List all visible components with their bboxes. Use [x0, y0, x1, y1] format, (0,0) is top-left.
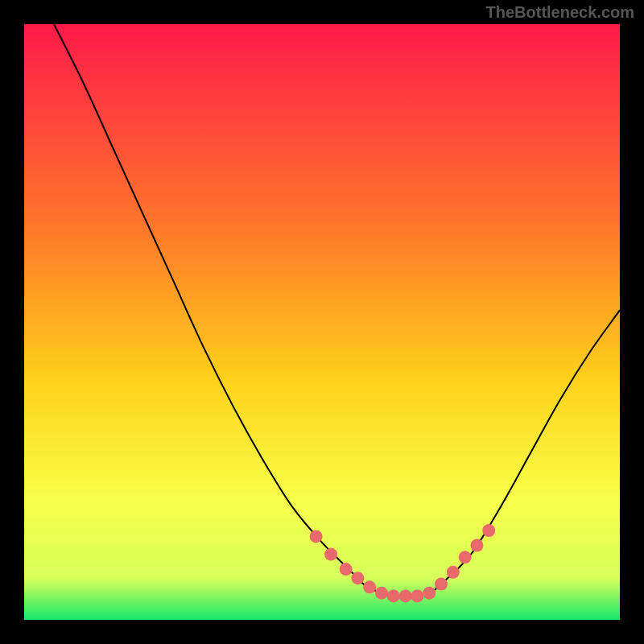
- data-dot: [482, 524, 495, 537]
- attribution-text: TheBottleneck.com: [486, 3, 634, 22]
- data-dot: [411, 589, 423, 602]
- chart-container: [24, 24, 620, 620]
- data-dot: [447, 566, 460, 579]
- data-dot: [459, 551, 472, 564]
- gradient-background: [24, 24, 620, 620]
- data-dot: [470, 539, 483, 552]
- data-dot: [423, 587, 436, 600]
- data-dot: [363, 580, 376, 593]
- data-dot: [324, 548, 337, 561]
- data-dot: [340, 563, 353, 576]
- data-dot: [435, 578, 448, 591]
- data-dot: [310, 530, 323, 543]
- data-dot: [351, 572, 364, 584]
- data-dot: [375, 587, 388, 600]
- data-dot: [399, 589, 412, 602]
- bottleneck-curve-chart: [24, 24, 620, 620]
- data-dot: [387, 589, 400, 602]
